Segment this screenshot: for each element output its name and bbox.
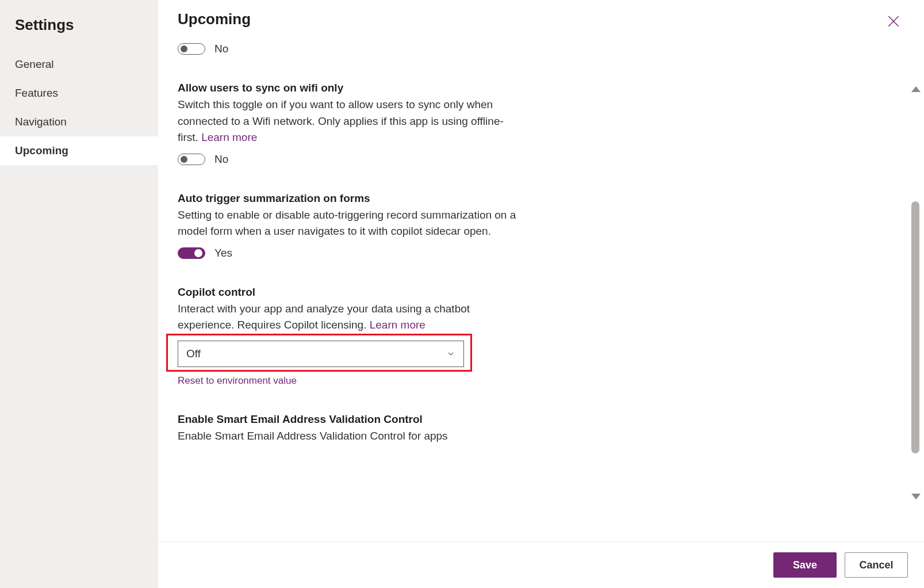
- untitled-toggle[interactable]: [178, 43, 205, 55]
- reset-to-environment-link[interactable]: Reset to environment value: [178, 375, 297, 387]
- toggle-label: No: [214, 43, 228, 55]
- vertical-scrollbar[interactable]: [908, 83, 924, 503]
- sidebar-item-label: Features: [15, 87, 58, 99]
- toggle-label: No: [214, 153, 228, 166]
- setting-title: Allow users to sync on wifi only: [178, 82, 523, 94]
- scroll-up-icon[interactable]: [911, 86, 921, 92]
- close-icon: [886, 14, 901, 29]
- learn-more-link[interactable]: Learn more: [201, 131, 257, 143]
- setting-description: Switch this toggle on if you want to all…: [178, 97, 523, 146]
- panel-footer: Save Cancel: [158, 541, 924, 588]
- sidebar-item-label: Upcoming: [15, 144, 68, 156]
- page-title: Upcoming: [178, 10, 251, 28]
- close-button[interactable]: [883, 10, 904, 32]
- sidebar-item-features[interactable]: Features: [0, 79, 158, 108]
- setting-copilot-control: Copilot control Interact with your app a…: [178, 286, 523, 387]
- scroll-area: No Allow users to sync on wifi only Swit…: [158, 38, 924, 541]
- learn-more-link[interactable]: Learn more: [370, 319, 425, 331]
- toggle-label: Yes: [214, 247, 232, 259]
- setting-smart-email: Enable Smart Email Address Validation Co…: [178, 413, 523, 445]
- panel-header: Upcoming: [158, 0, 924, 38]
- sidebar-item-general[interactable]: General: [0, 50, 158, 79]
- copilot-control-select[interactable]: Off: [178, 341, 464, 367]
- chevron-down-icon: [446, 349, 455, 358]
- save-button[interactable]: Save: [773, 552, 837, 578]
- wifi-sync-toggle[interactable]: [178, 154, 205, 165]
- cancel-button[interactable]: Cancel: [845, 552, 908, 578]
- sidebar-item-label: Navigation: [15, 116, 67, 128]
- setting-title: Auto trigger summarization on forms: [178, 192, 523, 205]
- sidebar-item-upcoming[interactable]: Upcoming: [0, 136, 158, 165]
- setting-auto-summarize: Auto trigger summarization on forms Sett…: [178, 192, 523, 259]
- setting-description: Interact with your app and analyze your …: [178, 301, 523, 334]
- setting-description: Enable Smart Email Address Validation Co…: [178, 428, 523, 445]
- sidebar-item-label: General: [15, 58, 54, 70]
- setting-untitled-toggle: No: [178, 43, 523, 55]
- setting-title: Copilot control: [178, 286, 523, 299]
- sidebar-title: Settings: [0, 12, 158, 50]
- setting-description: Setting to enable or disable auto-trigge…: [178, 207, 523, 240]
- scroll-down-icon[interactable]: [911, 494, 921, 499]
- auto-summarize-toggle[interactable]: [178, 247, 205, 259]
- setting-wifi-sync: Allow users to sync on wifi only Switch …: [178, 82, 523, 166]
- select-value: Off: [186, 348, 201, 360]
- scroll-thumb[interactable]: [911, 201, 919, 453]
- sidebar-item-navigation[interactable]: Navigation: [0, 108, 158, 136]
- settings-sidebar: Settings General Features Navigation Upc…: [0, 0, 158, 588]
- setting-title: Enable Smart Email Address Validation Co…: [178, 413, 523, 426]
- settings-panel: Upcoming No Allow users to sync on: [158, 0, 924, 588]
